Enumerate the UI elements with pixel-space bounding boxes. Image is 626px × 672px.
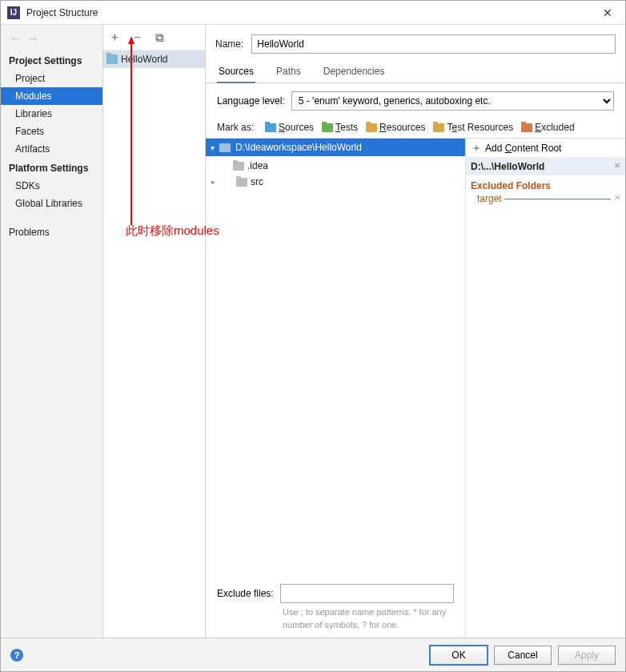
language-level-select[interactable]: 5 - 'enum' keyword, generics, autoboxing… <box>291 91 614 111</box>
mark-tests-button[interactable]: Tests <box>322 122 358 133</box>
remove-module-icon[interactable]: － <box>130 31 143 44</box>
excluded-folder-target[interactable]: target ✕ <box>466 193 625 206</box>
content-roots-panel: ＋ Add Content Root D:\...\HelloWorld ✕ E… <box>465 139 625 638</box>
remove-root-icon[interactable]: ✕ <box>614 161 620 170</box>
folder-green-icon <box>322 123 333 132</box>
module-list-panel: ＋ － ⧉ HelloWorld <box>103 25 206 638</box>
folder-orange-icon <box>521 123 532 132</box>
cancel-button[interactable]: Cancel <box>494 646 552 665</box>
tab-sources[interactable]: Sources <box>217 61 255 83</box>
content-root-path: D:\Ideaworkspace\HelloWorld <box>235 142 362 153</box>
window-title: Project Structure <box>26 7 596 18</box>
exclude-files-input[interactable] <box>280 584 454 603</box>
app-icon: IJ <box>7 6 20 19</box>
copy-module-icon[interactable]: ⧉ <box>153 31 166 44</box>
excluded-folders-header: Excluded Folders <box>466 175 625 193</box>
tree-item-src[interactable]: ▸ src <box>206 174 465 190</box>
language-level-label: Language level: <box>217 95 285 107</box>
nav-item-modules[interactable]: Modules <box>1 87 102 105</box>
folder-grey-icon <box>233 162 244 171</box>
dialog-footer: ? OK Cancel Apply <box>1 638 625 671</box>
nav-heading-project-settings: Project Settings <box>1 50 102 70</box>
mark-resources-button[interactable]: Resources <box>366 122 425 133</box>
forward-icon[interactable]: → <box>27 31 39 45</box>
tab-dependencies[interactable]: Dependencies <box>322 61 387 83</box>
content-root-row[interactable]: ▾ D:\Ideaworkspace\HelloWorld <box>206 139 465 156</box>
ok-button[interactable]: OK <box>430 646 488 665</box>
tree-item-idea[interactable]: .idea <box>206 158 465 174</box>
name-label: Name: <box>215 38 243 50</box>
mark-as-label: Mark as: <box>217 122 254 133</box>
chevron-right-icon[interactable]: ▸ <box>211 178 215 186</box>
close-icon[interactable]: ✕ <box>596 5 619 21</box>
tab-paths[interactable]: Paths <box>275 61 303 83</box>
nav-item-libraries[interactable]: Libraries <box>1 105 102 123</box>
apply-button[interactable]: Apply <box>558 646 616 665</box>
folder-yellow-icon <box>366 123 377 132</box>
folder-icon <box>219 143 231 152</box>
folder-blue-icon <box>265 123 276 132</box>
content-root-path-item[interactable]: D:\...\HelloWorld ✕ <box>466 158 625 175</box>
mark-test-resources-button[interactable]: Test Resources <box>433 122 513 133</box>
nav-item-sdks[interactable]: SDKs <box>1 177 102 195</box>
folder-yellow-icon <box>433 123 444 132</box>
mark-excluded-button[interactable]: Excluded <box>521 122 574 133</box>
exclude-files-label: Exclude files: <box>217 588 274 599</box>
nav-item-global-libraries[interactable]: Global Libraries <box>1 195 102 212</box>
name-input[interactable] <box>251 34 616 54</box>
add-content-root-button[interactable]: ＋ Add Content Root <box>466 139 625 158</box>
titlebar: IJ Project Structure ✕ <box>1 1 625 25</box>
nav-item-facets[interactable]: Facets <box>1 123 102 140</box>
plus-icon: ＋ <box>471 141 482 155</box>
remove-excluded-icon[interactable]: ✕ <box>614 193 620 202</box>
module-folder-icon <box>106 54 118 64</box>
left-sidebar: ← → Project Settings Project Modules Lib… <box>1 25 103 638</box>
nav-item-problems[interactable]: Problems <box>1 223 102 241</box>
detail-panel: Name: Sources Paths Dependencies Languag… <box>206 25 625 638</box>
folder-grey-icon <box>236 178 247 187</box>
nav-item-project[interactable]: Project <box>1 70 102 87</box>
module-item-helloworld[interactable]: HelloWorld <box>103 50 205 68</box>
chevron-down-icon: ▾ <box>211 143 215 152</box>
tree-item-label: src <box>251 176 263 187</box>
mark-sources-button[interactable]: Sources <box>265 122 314 133</box>
help-icon[interactable]: ? <box>10 649 23 662</box>
add-module-icon[interactable]: ＋ <box>108 31 121 44</box>
tree-item-label: .idea <box>247 160 268 171</box>
back-icon[interactable]: ← <box>9 31 21 45</box>
module-item-label: HelloWorld <box>121 54 167 65</box>
nav-heading-platform-settings: Platform Settings <box>1 158 102 177</box>
exclude-hint: Use ; to separate name patterns, * for a… <box>217 606 454 631</box>
nav-item-artifacts[interactable]: Artifacts <box>1 140 102 158</box>
